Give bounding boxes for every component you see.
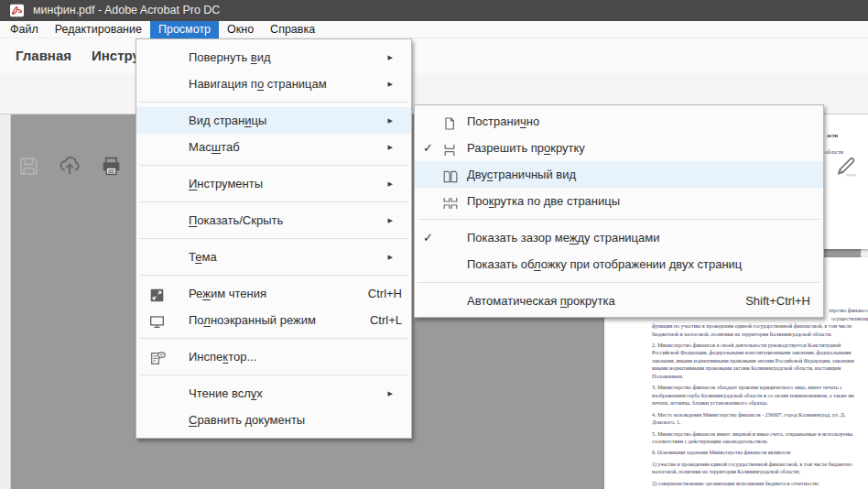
doc-line: 4. Место нахождения Министерства финансо… (652, 411, 868, 419)
menu-item-inspector[interactable]: Инспектор... (136, 343, 411, 370)
shortcut-label: Ctrl+H (368, 280, 402, 307)
doc-line: законами, иными нормативными правовыми а… (652, 357, 868, 365)
menu-file[interactable]: Файл (2, 21, 47, 38)
menu-separator (139, 238, 408, 239)
doc-line: иными нормативными правовыми актами Кали… (652, 364, 868, 373)
submenu-item-show-cover[interactable]: Показать обложку при отображении двух ст… (415, 251, 823, 277)
doc-line: Донского, 1. (652, 418, 868, 427)
doc-line: 5. Министерство финансов имеет лицевой и… (652, 430, 868, 439)
doc-line: 3. Министерство финансов обладает правам… (652, 384, 868, 392)
submenu-item-enable-scrolling[interactable]: ✓ Разрешить прокрутку (415, 135, 823, 161)
checkmark-icon: ✓ (423, 135, 433, 161)
menu-item-read-out-loud[interactable]: Чтение вслух ▶ (136, 380, 411, 407)
window-title: минфин.pdf - Adobe Acrobat Pro DC (33, 0, 220, 21)
menu-separator (418, 282, 820, 283)
cloud-upload-icon (58, 154, 81, 178)
two-page-view-icon (442, 167, 460, 182)
submenu-arrow-icon: ▶ (388, 170, 393, 197)
menu-separator (139, 375, 408, 375)
menu-item-theme[interactable]: Тема ▶ (136, 244, 411, 270)
submenu-arrow-icon: ▶ (388, 244, 393, 270)
print-button[interactable] (99, 154, 123, 178)
inspector-icon (149, 349, 167, 364)
submenu-item-auto-scroll[interactable]: Автоматическая прокрутка Shift+Ctrl+H (415, 288, 823, 314)
submenu-item-two-page-scrolling[interactable]: Прокрутка по две страницы (415, 188, 823, 214)
doc-line: 2. Министерство финансов в своей деятель… (652, 342, 868, 350)
doc-line: Положением. (652, 373, 868, 381)
print-icon (100, 155, 123, 178)
doc-line: налоговой, политики на территории Калини… (652, 468, 868, 476)
doc-line: терство финансо (829, 307, 868, 315)
doc-line: печати, штампы, бланки установленного об… (652, 399, 868, 408)
menu-item-compare-files[interactable]: Сравнить документы (136, 407, 411, 433)
doc-line: изображением герба Калининградской облас… (652, 392, 868, 400)
submenu-item-single-page[interactable]: Постранично (415, 108, 823, 135)
shortcut-label: Shift+Ctrl+H (745, 288, 810, 314)
menu-separator (139, 165, 408, 166)
navigation-pane-strip[interactable] (0, 114, 11, 489)
menu-item-read-mode[interactable]: Режим чтения Ctrl+H (136, 280, 411, 307)
menu-item-show-hide[interactable]: Показать/Скрыть ▶ (136, 207, 411, 234)
menu-item-page-display[interactable]: Вид страницы ▶ (136, 107, 411, 134)
menu-edit[interactable]: Редактирование (47, 21, 150, 38)
title-bar: минфин.pdf - Adobe Acrobat Pro DC (0, 0, 868, 21)
shortcut-label: Ctrl+L (370, 307, 402, 333)
submenu-arrow-icon: ▶ (388, 44, 393, 71)
submenu-item-show-gaps[interactable]: ✓ Показать зазор между страницами (415, 224, 823, 251)
menu-item-zoom[interactable]: Масштаб ▶ (136, 134, 411, 160)
acrobat-window: асти области терство финансо осуществляю… (0, 0, 868, 489)
view-menu-dropdown: Повернуть вид ▶ Навигация по страницам ▶… (136, 38, 412, 439)
highlight-pen-button[interactable] (834, 154, 858, 178)
doc-line: функции по участию в проведении единой г… (652, 322, 868, 331)
menu-separator (418, 219, 820, 220)
page1-text-fragment: асти (827, 133, 838, 138)
doc-line: 6. Основными задачами Министерства финан… (652, 449, 868, 457)
menu-item-page-navigation[interactable]: Навигация по страницам ▶ (136, 71, 411, 97)
tab-home[interactable]: Главная (16, 48, 71, 63)
enable-scrolling-icon (442, 140, 460, 156)
submenu-arrow-icon: ▶ (388, 207, 393, 234)
save-icon (17, 155, 40, 178)
pdf-body-text: терство финансо осуществляющи функции по… (652, 307, 868, 487)
two-page-scrolling-icon (442, 193, 460, 209)
doc-line: 1) участие в проведении единой государст… (652, 461, 868, 469)
save-button[interactable] (16, 154, 40, 178)
doc-line: соответствии с действующим законодательс… (652, 438, 868, 446)
reading-mode-icon (149, 286, 167, 301)
page-display-submenu: Постранично ✓ Разрешить прокрутку Двустр… (414, 104, 824, 318)
menu-separator (139, 102, 408, 103)
menu-view[interactable]: Просмотр (150, 21, 219, 38)
single-page-icon (442, 114, 460, 129)
menu-help[interactable]: Справка (262, 21, 323, 38)
submenu-arrow-icon: ▶ (388, 71, 393, 97)
menu-separator (139, 201, 408, 202)
submenu-arrow-icon: ▶ (388, 380, 393, 407)
share-upload-button[interactable] (58, 154, 81, 178)
submenu-arrow-icon: ▶ (388, 107, 393, 134)
doc-line: 2) совершенствование организации исполне… (652, 480, 868, 488)
menu-item-full-screen[interactable]: Полноэкранный режим Ctrl+L (136, 307, 411, 333)
menu-item-tools[interactable]: Инструменты ▶ (136, 170, 411, 197)
doc-line: бюджетной и налоговой, политики на терри… (652, 331, 868, 339)
menu-item-rotate-view[interactable]: Повернуть вид ▶ (136, 44, 411, 71)
menu-bar: Файл Редактирование Просмотр Окно Справк… (0, 21, 868, 38)
menu-separator (139, 275, 408, 276)
submenu-arrow-icon: ▶ (388, 134, 393, 160)
pencil-icon (834, 154, 858, 179)
checkmark-icon: ✓ (423, 224, 433, 251)
menu-window[interactable]: Окно (219, 21, 262, 38)
fullscreen-icon (149, 312, 167, 328)
menu-separator (139, 338, 408, 339)
doc-line: Российской Федерации, федеральными конст… (652, 349, 868, 357)
tab-bar: Главная Инструменты (0, 38, 868, 73)
doc-line: осуществляющи (831, 315, 868, 323)
submenu-item-two-page-view[interactable]: Двустраничный вид (415, 161, 823, 188)
